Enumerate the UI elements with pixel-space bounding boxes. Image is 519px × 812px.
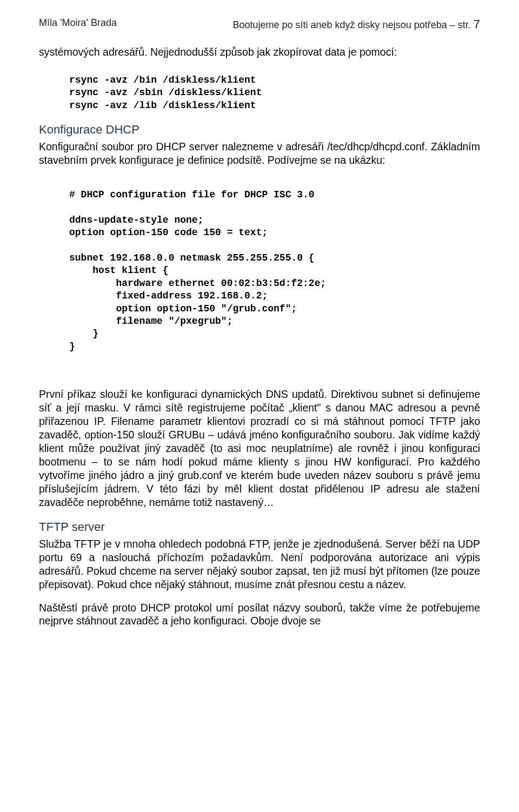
paragraph-dhcp-explain: První příkaz slouží ke konfiguraci dynam… — [39, 388, 480, 509]
page-header: Míla 'Moira' Brada Bootujeme po síti ane… — [39, 17, 480, 31]
document-page: Míla 'Moira' Brada Bootujeme po síti ane… — [0, 0, 519, 812]
header-title: Bootujeme po síti aneb když disky nejsou… — [232, 17, 480, 31]
paragraph-intro: systémových adresářů. Nejjednodušší způs… — [39, 45, 480, 59]
header-title-text: Bootujeme po síti aneb když disky nejsou… — [232, 19, 470, 30]
paragraph-tftp-2: Naštěstí právě proto DHCP protokol umí p… — [39, 601, 480, 628]
page-number: 7 — [474, 17, 480, 31]
paragraph-tftp: Služba TFTP je v mnoha ohledech podobná … — [39, 537, 480, 591]
code-block-rsync: rsync -avz /bin /diskless/klient rsync -… — [69, 74, 480, 112]
section-heading-dhcp: Konfigurace DHCP — [39, 123, 480, 137]
code-block-dhcp-conf: # DHCP configuration file for DHCP ISC 3… — [69, 189, 480, 353]
section-heading-tftp: TFTP server — [39, 520, 480, 534]
header-author: Míla 'Moira' Brada — [39, 17, 117, 31]
paragraph-dhcp-intro: Konfigurační soubor pro DHCP server nale… — [39, 140, 480, 167]
